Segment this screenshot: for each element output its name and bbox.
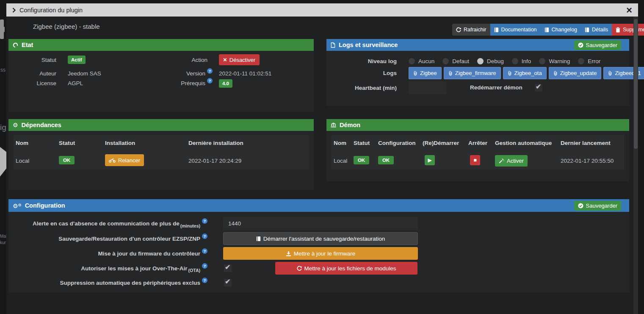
page-title: Zigbee (zigbee) - stable	[33, 23, 100, 30]
license-label: License	[36, 80, 56, 86]
restart-daemon-checkbox[interactable]	[535, 84, 542, 92]
details-button[interactable]: Détails	[581, 24, 612, 36]
prerequis-label: Prérequis	[181, 80, 205, 86]
question-icon[interactable]: ?	[207, 68, 213, 74]
last-install-date: 2022-01-17 20:24:29	[188, 158, 241, 164]
question-icon[interactable]: ?	[202, 278, 207, 283]
niveau-log-label: Niveau log	[368, 58, 397, 64]
daemon-start-button[interactable]: ▶	[425, 155, 435, 165]
panel-demon-body: Nom Statut Configuration (Re)Démarrer Ar…	[326, 131, 629, 181]
book-icon	[544, 27, 549, 33]
version-label: Version	[186, 70, 205, 77]
log-file-zigbee[interactable]: Zigbee	[409, 67, 442, 79]
alert-unit: (minutes)	[180, 223, 200, 228]
status-badge: OK	[59, 156, 75, 164]
prerequis-badge: 4.0	[219, 79, 232, 88]
play-icon: ▶	[428, 157, 431, 163]
column-header: Configuration	[378, 140, 415, 146]
ota-checkbox[interactable]	[224, 264, 232, 272]
changelog-button[interactable]: Changelog	[541, 24, 581, 36]
question-icon[interactable]: ?	[202, 218, 207, 224]
magic-wand-icon	[499, 158, 504, 164]
circle-notch-icon	[13, 42, 18, 48]
column-header: Arrêter	[468, 140, 487, 146]
alert-minutes-input[interactable]	[223, 217, 418, 230]
prune-checkbox[interactable]	[224, 279, 232, 286]
log-file-zigbee-ota[interactable]: Zigbee_ota	[503, 67, 547, 79]
plugin-config-modal: Configuration du plugin × Zigbee (zigbee…	[6, 3, 638, 314]
update-modules-button[interactable]: Mettre à jour les fichiers de modules	[275, 262, 417, 275]
log-file-zigbee-firmware[interactable]: Zigbee_firmware	[444, 67, 501, 79]
refresh-button[interactable]: Rafraichir	[452, 24, 490, 36]
refresh-icon	[297, 266, 302, 271]
gears-icon: ⚙⚙	[13, 202, 22, 209]
book-icon	[494, 27, 499, 33]
panel-logs-header: Logs et surveillance Sauvegarder	[326, 39, 629, 51]
file-icon	[331, 42, 335, 48]
panel-etat-header: Etat	[8, 39, 314, 51]
column-header: Gestion automatique	[495, 140, 552, 146]
gear-icon: ⚙	[13, 122, 18, 128]
update-firmware-button[interactable]: Mettre à jour le firmware	[223, 247, 418, 260]
background-text: Mai	[0, 234, 7, 239]
radio-level-debug[interactable]: Debug	[477, 58, 504, 64]
log-level-radio-group: Aucun Defaut Debug Info Warning Error	[409, 55, 600, 67]
panel-configuration: ⚙⚙ Configuration Sauvegarder Alerte en c…	[8, 199, 629, 292]
column-header: Dernière installation	[188, 140, 243, 146]
panel-etat-body: Statut Actif Action × Désactiver Auteur …	[8, 51, 314, 112]
last-launch-date: 2022-01-17 20:55:50	[561, 158, 614, 164]
save-configuration-button[interactable]: Sauvegarder	[574, 201, 621, 211]
radio-level-defaut[interactable]: Defaut	[442, 58, 469, 64]
paperclip-icon	[508, 71, 512, 76]
panel-dependances: ⚙ Dépendances Nom Statut Installation De…	[8, 119, 314, 190]
log-file-buttons: Zigbee Zigbee_firmware Zigbee_ota Zigbee…	[409, 67, 644, 79]
daemon-stop-button[interactable]: ■	[470, 155, 480, 165]
statut-label: Statut	[41, 57, 56, 63]
question-icon[interactable]: ?	[202, 248, 207, 254]
column-header: Statut	[354, 140, 370, 146]
auto-manage-activate-button[interactable]: Activer	[495, 155, 528, 167]
radio-level-error[interactable]: Error	[578, 58, 600, 64]
heartbeat-label: Heartbeat (min)	[355, 85, 397, 91]
modal-content: Zigbee (zigbee) - stable Rafraichir Docu…	[6, 17, 638, 314]
x-icon: ×	[223, 57, 227, 63]
book-icon	[585, 27, 589, 33]
log-file-zigbee-update[interactable]: Zigbee_update	[549, 67, 602, 79]
license-value: AGPL	[68, 80, 83, 86]
delete-button[interactable]: Supprimer	[612, 24, 644, 36]
column-header: Statut	[59, 140, 75, 146]
radio-level-aucun[interactable]: Aucun	[409, 58, 434, 64]
scrollbar[interactable]	[633, 17, 638, 314]
scrollbar-thumb[interactable]	[634, 19, 638, 149]
background-text: kur	[0, 240, 6, 245]
restart-daemon-label: Redémarrer démon	[470, 81, 522, 94]
background-text: ss	[0, 67, 6, 73]
radio-dot	[409, 58, 415, 64]
question-icon[interactable]: ?	[207, 78, 213, 83]
panel-logs: Logs et surveillance Sauvegarder Niveau …	[326, 39, 629, 106]
relaunch-dependencies-button[interactable]: Relancer	[105, 154, 144, 166]
plugin-action-toolbar: Rafraichir Documentation Changelog Détai…	[452, 24, 644, 36]
documentation-button[interactable]: Documentation	[490, 24, 541, 36]
question-icon[interactable]: ?	[202, 263, 207, 269]
save-logs-button[interactable]: Sauvegarder	[574, 40, 621, 50]
refresh-icon	[456, 27, 461, 32]
stop-icon: ■	[473, 157, 476, 163]
panel-demon-header: Démon	[326, 119, 629, 131]
disable-plugin-button[interactable]: × Désactiver	[219, 54, 260, 65]
close-icon[interactable]: ×	[626, 5, 632, 16]
column-header: (Re)Démarrer	[423, 140, 459, 146]
heartbeat-input[interactable]	[409, 81, 447, 94]
status-badge: Actif	[68, 56, 86, 64]
radio-level-warning[interactable]: Warning	[539, 58, 570, 64]
firmware-label: Mise à jour du firmware du contrôleur	[98, 250, 200, 257]
radio-level-info[interactable]: Info	[512, 58, 531, 64]
radio-dot-selected	[477, 58, 484, 64]
backup-wizard-button[interactable]: Démarrer l'assistant de sauvegarde/resta…	[223, 232, 418, 245]
column-header: Dernier lancement	[561, 140, 611, 146]
backup-label: Sauvegarde/Restauration d'un contrôleur …	[58, 236, 200, 242]
column-header: Nom	[16, 140, 28, 146]
action-label: Action	[191, 57, 207, 63]
radio-dot	[539, 58, 545, 64]
question-icon[interactable]: ?	[202, 233, 207, 239]
